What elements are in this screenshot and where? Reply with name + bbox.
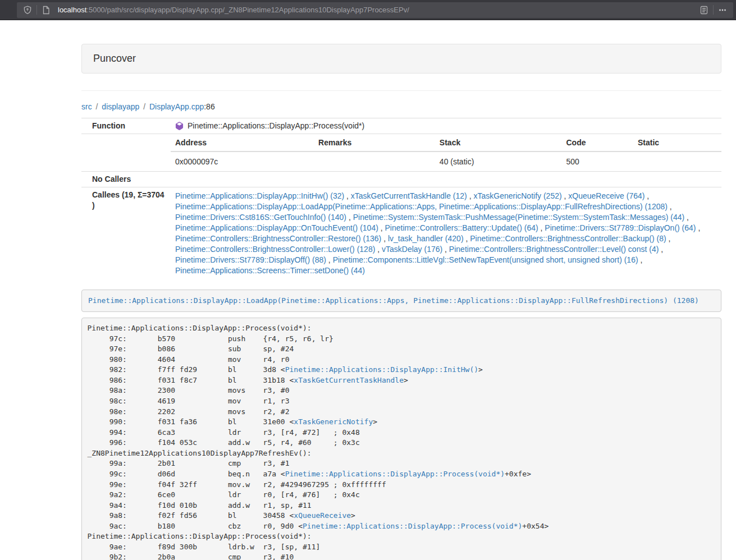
page-proxy-icon[interactable] — [39, 3, 53, 17]
column-header-remarks: Remarks — [314, 134, 435, 152]
callee-link[interactable]: Pinetime::Applications::DisplayApp::OnTo… — [175, 223, 378, 232]
header-divider — [81, 90, 721, 91]
urlbar-divider-right — [713, 5, 714, 15]
callee-separator: , — [346, 213, 353, 222]
assembly-symbol-link[interactable]: Pinetime::Applications::DisplayApp::Proc… — [285, 470, 505, 478]
callee-link[interactable]: vTaskDelay (176) — [382, 245, 442, 254]
column-header-code: Code — [561, 134, 633, 152]
function-label: Function — [81, 118, 171, 134]
breadcrumb-link-file[interactable]: DisplayApp.cpp — [149, 102, 204, 111]
callee-separator: , — [344, 191, 351, 200]
callee-separator: , — [562, 191, 569, 200]
callee-separator: , — [467, 191, 474, 200]
callee-separator: , — [696, 223, 701, 232]
metrics-table: Address Remarks Stack Code Static 0x0000… — [171, 134, 721, 171]
assembly-symbol-link[interactable]: xQueueReceive — [294, 511, 351, 520]
urlbar-divider — [36, 5, 37, 15]
function-row: Function Pinetime::Applications::Display… — [81, 118, 721, 134]
callee-separator: , — [684, 213, 689, 222]
callee-link[interactable]: xTaskGenericNotify (252) — [473, 191, 561, 200]
breadcrumb-separator: / — [141, 102, 147, 111]
callees-list: Pinetime::Applications::DisplayApp::Init… — [171, 187, 721, 280]
function-table: Function Pinetime::Applications::Display… — [81, 118, 721, 279]
callee-separator: , — [464, 234, 470, 243]
callee-separator: , — [381, 234, 388, 243]
metrics-data-row: 0x0000097c 40 (static) 500 — [171, 152, 721, 171]
url-text: localhost:5000/path/src/displayapp/Displ… — [58, 6, 409, 14]
address-value: 0x0000097c — [171, 152, 314, 171]
assembly-symbol-link[interactable]: Pinetime::Applications::DisplayApp::Proc… — [303, 522, 522, 530]
callee-separator: , — [659, 245, 663, 254]
breadcrumb-separator: / — [94, 102, 100, 111]
callee-link[interactable]: Pinetime::Drivers::St7789::DisplayOn() (… — [545, 223, 696, 232]
package-cube-icon — [175, 122, 184, 130]
callee-link[interactable]: Pinetime::System::SystemTask::PushMessag… — [353, 213, 685, 222]
callees-label: Callees (19, Σ=3704 ) — [81, 187, 171, 280]
callee-link[interactable]: xTaskGetCurrentTaskHandle (12) — [351, 191, 467, 200]
url-path: :5000/path/src/displayapp/DisplayApp.cpp… — [86, 6, 409, 14]
callee-link[interactable]: Pinetime::Drivers::St7789::DisplayOff() … — [175, 255, 326, 264]
code-value: 500 — [561, 152, 633, 171]
function-name: Pinetime::Applications::DisplayApp::Proc… — [188, 121, 364, 131]
breadcrumb-line-number: :86 — [204, 102, 214, 111]
highlighted-symbol-link[interactable]: Pinetime::Applications::DisplayApp::Load… — [88, 296, 699, 305]
app-header: Puncover — [81, 44, 721, 74]
url-host: localhost — [58, 6, 86, 14]
callee-separator: , — [666, 234, 671, 243]
tracking-protection-shield-icon[interactable] — [20, 3, 35, 17]
callee-link[interactable]: Pinetime::Controllers::BrightnessControl… — [175, 234, 381, 243]
callee-link[interactable]: Pinetime::Applications::Screens::Timer::… — [175, 266, 365, 275]
stack-value: 40 (static) — [435, 152, 562, 171]
callee-link[interactable]: Pinetime::Controllers::BrightnessControl… — [449, 245, 659, 254]
breadcrumb-link-displayapp[interactable]: displayapp — [102, 102, 139, 111]
no-callers-row: No Callers — [81, 172, 721, 187]
assembly-symbol-link[interactable]: xTaskGenericNotify — [294, 417, 373, 426]
callee-separator: , — [638, 255, 643, 264]
breadcrumb-link-src[interactable]: src — [81, 102, 92, 111]
callee-separator: , — [644, 191, 649, 200]
static-value — [633, 152, 721, 171]
callee-separator: , — [668, 202, 672, 211]
page-actions-ellipsis-icon[interactable] — [715, 3, 730, 17]
callee-link[interactable]: xQueueReceive (764) — [568, 191, 644, 200]
breadcrumb: src / displayapp / DisplayApp.cpp:86 — [81, 102, 721, 111]
callee-link[interactable]: Pinetime::Applications::DisplayApp::Init… — [175, 191, 344, 200]
callee-link[interactable]: lv_task_handler (420) — [388, 234, 464, 243]
reader-mode-icon[interactable] — [697, 3, 711, 17]
assembly-symbol-link[interactable]: xTaskGetCurrentTaskHandle — [294, 376, 404, 384]
column-header-stack: Stack — [435, 134, 562, 152]
url-bar[interactable]: localhost:5000/path/src/displayapp/Displ… — [17, 2, 733, 18]
assembly-symbol-link[interactable]: Pinetime::Applications::DisplayApp::Init… — [285, 365, 478, 374]
page-container: Puncover src / displayapp / DisplayApp.c… — [81, 20, 721, 560]
column-header-address: Address — [171, 134, 314, 152]
browser-toolbar: localhost:5000/path/src/displayapp/Displ… — [0, 0, 736, 20]
callee-separator: , — [442, 245, 449, 254]
highlighted-symbol-block: Pinetime::Applications::DisplayApp::Load… — [81, 290, 721, 312]
metrics-header-row: Address Remarks Stack Code Static — [171, 134, 721, 152]
callees-row: Callees (19, Σ=3704 ) Pinetime::Applicat… — [81, 187, 721, 280]
assembly-code: Pinetime::Applications::DisplayApp::Proc… — [81, 318, 721, 560]
callee-separator: , — [538, 223, 545, 232]
column-header-static: Static — [633, 134, 721, 152]
callee-separator: , — [326, 255, 333, 264]
page-title: Puncover — [93, 53, 136, 64]
callee-link[interactable]: Pinetime::Controllers::BrightnessControl… — [470, 234, 666, 243]
callee-link[interactable]: Pinetime::Drivers::Cst816S::GetTouchInfo… — [175, 213, 346, 222]
callee-link[interactable]: Pinetime::Applications::DisplayApp::Load… — [175, 202, 668, 211]
callee-separator: , — [375, 245, 382, 254]
callee-link[interactable]: Pinetime::Controllers::Battery::Update()… — [385, 223, 538, 232]
callee-link[interactable]: Pinetime::Components::LittleVgl::SetNewT… — [333, 255, 638, 264]
metrics-row: Address Remarks Stack Code Static 0x0000… — [81, 134, 721, 172]
callee-link[interactable]: Pinetime::Controllers::BrightnessControl… — [175, 245, 375, 254]
remarks-value — [314, 152, 435, 171]
callee-separator: , — [378, 223, 385, 232]
no-callers-label: No Callers — [81, 172, 171, 187]
